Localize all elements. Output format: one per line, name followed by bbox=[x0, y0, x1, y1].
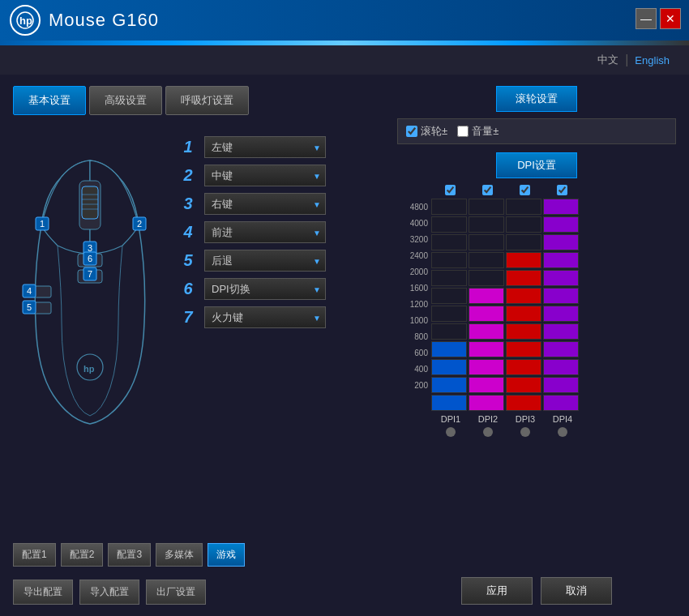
profile-btn-multimedia[interactable]: 多媒体 bbox=[156, 543, 203, 567]
dpi2-2400[interactable] bbox=[469, 252, 504, 268]
import-config-button[interactable]: 导入配置 bbox=[79, 580, 139, 605]
dpi2-800[interactable] bbox=[469, 341, 504, 357]
scroll-wheel-checkbox[interactable] bbox=[406, 126, 417, 137]
dpi3-400[interactable] bbox=[506, 377, 541, 393]
btn-row-1: 1 左键 bbox=[180, 136, 386, 158]
dpi-dot-3[interactable] bbox=[520, 427, 530, 437]
dpi3-200[interactable] bbox=[506, 395, 541, 411]
dpi-checkbox-2[interactable] bbox=[482, 185, 493, 195]
btn-select-2[interactable]: 中键 bbox=[204, 165, 326, 186]
dpi4-600[interactable] bbox=[543, 359, 579, 375]
dpi-checkbox-4[interactable] bbox=[557, 185, 567, 195]
cancel-button[interactable]: 取消 bbox=[541, 577, 612, 605]
apply-button[interactable]: 应用 bbox=[461, 577, 533, 605]
dpi1-4800[interactable] bbox=[431, 199, 467, 215]
dpi2-3200[interactable] bbox=[469, 234, 504, 250]
dpi1-200[interactable] bbox=[431, 395, 467, 411]
dpi4-200[interactable] bbox=[543, 395, 579, 411]
volume-checkbox[interactable] bbox=[457, 126, 469, 137]
btn-num-2: 2 bbox=[180, 166, 196, 185]
dpi4-4800[interactable] bbox=[543, 199, 579, 215]
profile-btn-2[interactable]: 配置2 bbox=[61, 543, 104, 567]
minimize-button[interactable]: — bbox=[636, 8, 657, 29]
right-panel: 滚轮设置 滚轮± 音量± DPI设置 bbox=[397, 86, 676, 605]
btn-select-wrapper-1: 左键 bbox=[204, 136, 326, 158]
dpi2-2000[interactable] bbox=[469, 270, 504, 286]
dpi1-4000[interactable] bbox=[431, 216, 467, 233]
dpi3-4000[interactable] bbox=[506, 216, 541, 233]
btn-select-5[interactable]: 后退 bbox=[204, 250, 326, 272]
language-english[interactable]: English bbox=[635, 54, 670, 66]
dpi1-600[interactable] bbox=[431, 359, 467, 375]
dpi4-4000[interactable] bbox=[543, 216, 579, 233]
dpi4-2400[interactable] bbox=[543, 252, 579, 268]
dpi1-1000[interactable] bbox=[431, 323, 467, 340]
btn-select-6[interactable]: DPI切换 bbox=[204, 278, 326, 300]
dpi3-3200[interactable] bbox=[506, 234, 541, 250]
dpi2-600[interactable] bbox=[469, 359, 504, 375]
dpi1-2000[interactable] bbox=[431, 270, 467, 286]
dpi3-1200[interactable] bbox=[506, 306, 541, 322]
close-button[interactable]: ✕ bbox=[660, 8, 681, 29]
factory-reset-button[interactable]: 出厂设置 bbox=[146, 580, 206, 605]
dpi2-1000[interactable] bbox=[469, 323, 504, 340]
mouse-diagram: hp 1 2 3 4 5 bbox=[13, 128, 167, 420]
dpi-dot-col-2 bbox=[470, 427, 506, 437]
dpi1-3200[interactable] bbox=[431, 234, 467, 250]
dpi-checkbox-1[interactable] bbox=[445, 185, 456, 195]
dpi-checkbox-3[interactable] bbox=[520, 185, 530, 195]
dpi-settings-button[interactable]: DPI设置 bbox=[496, 152, 577, 178]
tab-breathing-light[interactable]: 呼吸灯设置 bbox=[165, 86, 249, 115]
tab-basic-settings[interactable]: 基本设置 bbox=[13, 86, 86, 115]
dpi2-4000[interactable] bbox=[469, 216, 504, 233]
dpi-grid: 4800 4000 3200 2400 2000 1600 1200 1000 … bbox=[397, 199, 676, 411]
dpi4-400[interactable] bbox=[543, 377, 579, 393]
tab-bar: 基本设置 高级设置 呼吸灯设置 bbox=[13, 86, 386, 115]
btn-select-4[interactable]: 前进 bbox=[204, 221, 326, 243]
dpi4-1600[interactable] bbox=[543, 288, 579, 304]
volume-checkbox-item: 音量± bbox=[457, 124, 499, 139]
scroll-settings-button[interactable]: 滚轮设置 bbox=[496, 86, 577, 112]
profile-btn-game[interactable]: 游戏 bbox=[208, 543, 245, 567]
dpi3-4800[interactable] bbox=[506, 199, 541, 215]
dpi-label-1200: 1200 bbox=[410, 296, 428, 312]
dpi3-1600[interactable] bbox=[506, 288, 541, 304]
dpi-dot-4[interactable] bbox=[558, 427, 567, 437]
btn-select-1[interactable]: 左键 bbox=[204, 136, 326, 158]
btn-select-3[interactable]: 右键 bbox=[204, 193, 326, 215]
dpi3-1000[interactable] bbox=[506, 323, 541, 340]
dpi-col-2 bbox=[469, 199, 504, 411]
dpi-label-1000: 1000 bbox=[410, 312, 428, 328]
dpi2-400[interactable] bbox=[469, 377, 504, 393]
dpi2-4800[interactable] bbox=[469, 199, 504, 215]
dpi-label-3200: 3200 bbox=[410, 231, 428, 247]
export-config-button[interactable]: 导出配置 bbox=[13, 580, 73, 605]
dpi-dot-1[interactable] bbox=[446, 427, 456, 437]
dpi-label-200: 200 bbox=[414, 377, 428, 393]
dpi1-1200[interactable] bbox=[431, 306, 467, 322]
dpi-row-labels: 4800 4000 3200 2400 2000 1600 1200 1000 … bbox=[397, 199, 431, 411]
dpi1-1600[interactable] bbox=[431, 288, 467, 304]
btn-select-7[interactable]: 火力键 bbox=[204, 306, 326, 328]
dpi4-1200[interactable] bbox=[543, 306, 579, 322]
dpi4-2000[interactable] bbox=[543, 270, 579, 286]
dpi1-800[interactable] bbox=[431, 341, 467, 357]
profile-btn-1[interactable]: 配置1 bbox=[13, 543, 56, 567]
dpi3-2400[interactable] bbox=[506, 252, 541, 268]
dpi2-1200[interactable] bbox=[469, 306, 504, 322]
profile-btn-3[interactable]: 配置3 bbox=[108, 543, 151, 567]
dpi3-800[interactable] bbox=[506, 341, 541, 357]
tab-advanced-settings[interactable]: 高级设置 bbox=[89, 86, 162, 115]
dpi4-1000[interactable] bbox=[543, 323, 579, 340]
dpi3-600[interactable] bbox=[506, 359, 541, 375]
dpi4-800[interactable] bbox=[543, 341, 579, 357]
dpi2-200[interactable] bbox=[469, 395, 504, 411]
dpi2-1600[interactable] bbox=[469, 288, 504, 304]
dpi4-3200[interactable] bbox=[543, 234, 579, 250]
dpi1-2400[interactable] bbox=[431, 252, 467, 268]
dpi-dots bbox=[433, 427, 676, 437]
language-chinese[interactable]: 中文 bbox=[597, 53, 618, 67]
dpi-dot-2[interactable] bbox=[483, 427, 493, 437]
dpi1-400[interactable] bbox=[431, 377, 467, 393]
dpi3-2000[interactable] bbox=[506, 270, 541, 286]
